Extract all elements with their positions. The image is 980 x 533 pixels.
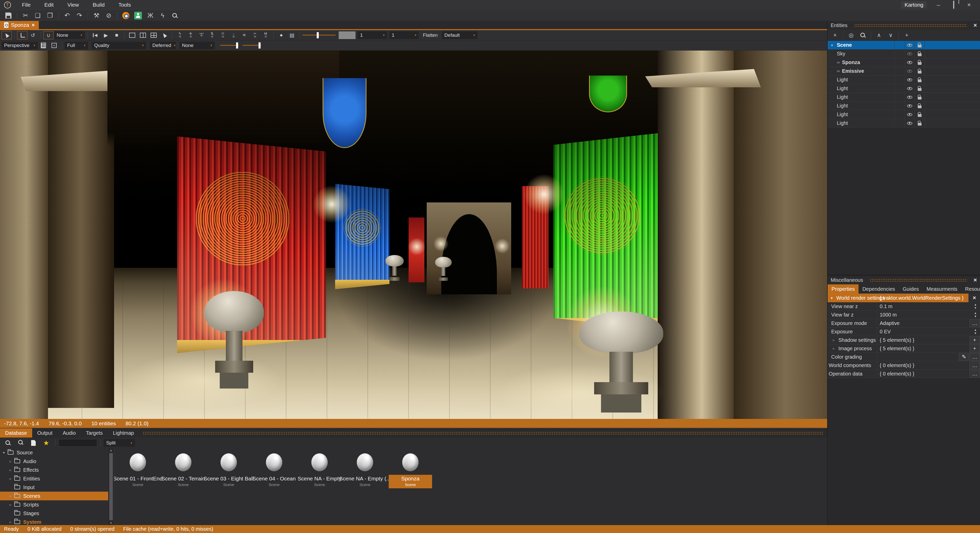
panel-close-icon[interactable]: × [974, 277, 977, 283]
lock-icon[interactable] [918, 88, 921, 91]
property-row-exposure[interactable]: Exposure 0 EV ▲▼ [828, 328, 980, 336]
cut-curve-button[interactable]: ✂≈ [250, 31, 260, 39]
step-curve-button[interactable]: ⊓≈ [218, 31, 228, 39]
entity-row-sky[interactable]: Sky [828, 49, 980, 58]
restore-button[interactable] [950, 1, 958, 8]
visibility-eye-icon[interactable] [907, 44, 912, 47]
resolution-dropdown[interactable]: Full ▾ [65, 41, 88, 49]
tree-item-source[interactable]: ▾Source [0, 448, 108, 457]
move-up-button[interactable]: ∧ [873, 31, 885, 40]
asset-item[interactable]: Scene NA - Empty (...Scene [342, 453, 388, 488]
mirror-curve-button[interactable]: M≈ [261, 31, 271, 39]
property-row-view-near-z[interactable]: View near z 0.1 m ▲▼ [828, 302, 980, 311]
search-in-files-button[interactable] [15, 438, 27, 448]
lock-icon[interactable] [918, 105, 921, 108]
select-tool-button[interactable] [2, 31, 12, 39]
edit-button[interactable]: ✎ [959, 353, 969, 361]
property-row-view-far-z[interactable]: View far z 1000 m ▲▼ [828, 311, 980, 319]
tree-scrollbar[interactable]: ▲ ▼ [108, 448, 114, 525]
tree-item-scripts[interactable]: ▹Scripts [0, 500, 108, 509]
panel-drag-handle[interactable] [854, 24, 967, 27]
scroll-up-icon[interactable]: ▲ [110, 449, 113, 452]
close-button[interactable]: × [965, 1, 973, 8]
layer-dropdown[interactable]: Default ▾ [442, 32, 477, 39]
tab-audio[interactable]: Audio [58, 428, 81, 438]
menu-edit[interactable]: Edit [38, 0, 60, 10]
hardness-dropdown[interactable]: 1 ▾ [389, 32, 419, 39]
filter-input[interactable] [59, 439, 97, 447]
undo-button[interactable]: ↶ [61, 11, 73, 21]
brush-size-slider[interactable] [302, 31, 336, 39]
number-spinner[interactable]: ▲▼ [971, 328, 980, 336]
add-element-button[interactable]: + [969, 336, 980, 344]
menu-build[interactable]: Build [86, 0, 111, 10]
add-element-button[interactable]: + [969, 345, 980, 352]
view-mode-dropdown[interactable]: Split ▾ [103, 439, 135, 447]
tab-measurments[interactable]: Measurments [923, 284, 961, 294]
lock-icon[interactable] [918, 114, 921, 117]
gamma-slider[interactable] [220, 41, 239, 49]
visibility-eye-icon[interactable] [907, 53, 912, 56]
asset-item[interactable]: Scene NA - EmptyScene [297, 453, 342, 488]
tab-database[interactable]: Database [0, 428, 32, 438]
add-entity-button[interactable]: + [901, 31, 913, 40]
clear-object-button[interactable]: × [968, 294, 980, 302]
number-spinner[interactable]: ▲▼ [971, 302, 980, 310]
find-entity-button[interactable] [857, 31, 869, 40]
tab-close-icon[interactable]: × [32, 22, 35, 28]
panel-drag-handle[interactable] [870, 278, 967, 282]
property-object-row[interactable]: ▾World render settings { traktor.world.W… [828, 294, 980, 302]
visibility-eye-icon[interactable] [907, 113, 912, 116]
entity-row-light[interactable]: Light [828, 93, 980, 102]
build-assets-button[interactable]: ⚒ [91, 11, 102, 21]
play-button[interactable]: ▶ [101, 31, 111, 39]
rewind-button[interactable]: ◀ [90, 31, 100, 39]
expander-icon[interactable]: ▾ [829, 296, 834, 300]
copy-button[interactable]: ❏ [32, 11, 44, 21]
quad-view-button[interactable] [148, 31, 159, 39]
grid-toggle-button[interactable] [38, 41, 48, 49]
expander-icon[interactable]: ▹ [831, 347, 836, 350]
tab-sponza[interactable]: Sponza × [0, 21, 39, 29]
browse-button[interactable]: … [969, 361, 980, 369]
noise-curve-button[interactable]: ≋ [239, 31, 249, 39]
property-row-image-process[interactable]: ▹Image process { 5 element(s) } + [828, 344, 980, 353]
lock-icon[interactable] [918, 80, 921, 82]
entity-row-emissive[interactable]: ∞Emissive [828, 67, 980, 76]
asset-item-selected[interactable]: SponzaScene [388, 453, 433, 488]
single-view-button[interactable] [127, 31, 137, 39]
edit-curve-button[interactable]: ✎≈ [175, 31, 185, 39]
frame-entity-button[interactable]: ◎ [845, 31, 857, 40]
lock-icon[interactable] [918, 53, 921, 56]
viewport-3d[interactable] [0, 51, 827, 419]
cut-button[interactable]: ✂ [20, 11, 32, 21]
entity-row-scene[interactable]: ▾Scene [828, 41, 980, 49]
database-search-button[interactable] [2, 438, 14, 448]
minimize-button[interactable]: – [935, 1, 942, 8]
visibility-eye-icon[interactable] [907, 96, 912, 99]
panel-close-icon[interactable]: × [974, 22, 977, 29]
entity-row-light[interactable]: Light [828, 76, 980, 84]
scroll-down-icon[interactable]: ▼ [110, 521, 113, 525]
blender-button[interactable] [120, 11, 132, 21]
property-row-color-grading[interactable]: Color grading ✎ … [828, 353, 980, 361]
renderer-dropdown[interactable]: Deferred ▾ [150, 41, 176, 49]
dual-view-button[interactable] [138, 31, 148, 39]
asset-item[interactable]: Scene 03 - Eight BallScene [206, 453, 251, 488]
entity-row-light[interactable]: Light [828, 110, 980, 119]
entity-row-sponza[interactable]: ∞Sponza [828, 58, 980, 67]
debug-button[interactable]: Ж [145, 11, 156, 21]
strength-dropdown[interactable]: 1 ▾ [358, 32, 387, 39]
asset-item[interactable]: Scene 04 - OceanScene [251, 453, 297, 488]
exposure-slider[interactable] [243, 41, 261, 49]
redo-button[interactable]: ↷ [73, 11, 85, 21]
brush-shape-button[interactable]: ● [276, 31, 286, 39]
visibility-eye-icon[interactable] [907, 122, 912, 125]
clear-selection-button[interactable]: × [829, 31, 841, 40]
slider-handle[interactable] [236, 42, 238, 48]
rotate-tool-button[interactable]: ↺ [28, 31, 38, 39]
property-row-operation-data[interactable]: Operation data { 0 element(s) } … [828, 370, 980, 378]
visibility-eye-icon[interactable] [907, 87, 912, 90]
flatten-toggle[interactable]: Flatten [423, 32, 438, 38]
tree-item-system[interactable]: ▹System [0, 518, 108, 525]
